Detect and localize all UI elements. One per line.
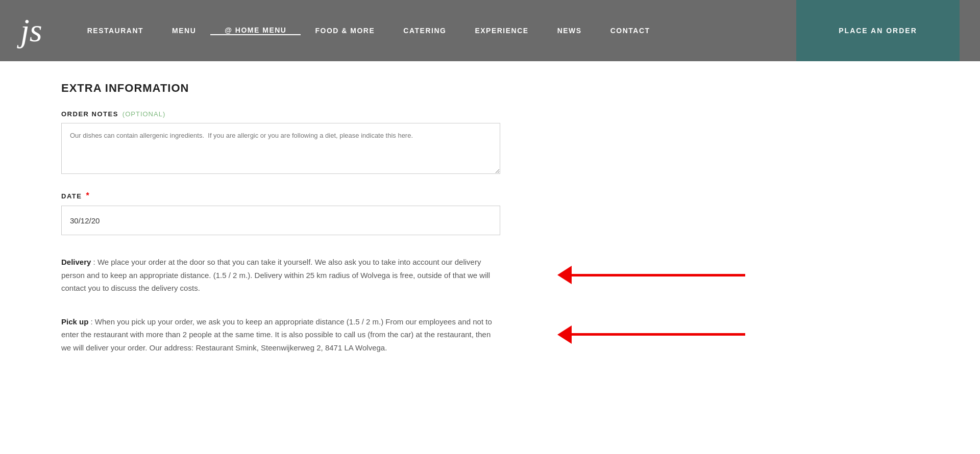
main-content: EXTRA INFORMATION ORDER NOTES (OPTIONAL)…	[0, 61, 980, 405]
logo[interactable]: js	[20, 14, 42, 47]
nav-food-more[interactable]: FOOD & MORE	[301, 27, 389, 35]
section-title: EXTRA INFORMATION	[61, 82, 919, 95]
pickup-arrow-line	[572, 333, 745, 336]
delivery-arrow-head	[557, 266, 572, 284]
nav-at-home-menu[interactable]: @ HOME MENU	[210, 26, 301, 35]
pickup-heading: Pick up	[61, 317, 88, 326]
date-field: DATE * 30/12/20	[61, 191, 919, 235]
delivery-text: Delivery : We place your order at the do…	[61, 256, 500, 295]
order-notes-field: ORDER NOTES (OPTIONAL)	[61, 110, 919, 176]
header: js RESTAURANT MENU @ HOME MENU FOOD & MO…	[0, 0, 980, 61]
pickup-info: Pick up : When you pick up your order, w…	[61, 315, 500, 355]
nav-contact[interactable]: CONTACT	[596, 27, 665, 35]
date-label: DATE *	[61, 191, 919, 200]
nav-news[interactable]: NEWS	[543, 27, 596, 35]
delivery-heading: Delivery	[61, 258, 91, 266]
delivery-info: Delivery : We place your order at the do…	[61, 256, 500, 295]
order-notes-label: ORDER NOTES (OPTIONAL)	[61, 110, 919, 118]
delivery-arrow	[557, 266, 745, 284]
pickup-arrow	[557, 325, 745, 344]
main-nav: RESTAURANT MENU @ HOME MENU FOOD & MORE …	[73, 26, 796, 35]
required-indicator: *	[86, 191, 90, 200]
nav-menu[interactable]: MENU	[158, 27, 210, 35]
pickup-text: Pick up : When you pick up your order, w…	[61, 315, 500, 355]
order-notes-input[interactable]	[61, 123, 500, 174]
place-order-button[interactable]: PLACE AN ORDER	[796, 0, 960, 61]
delivery-arrow-line	[572, 274, 745, 276]
pickup-arrow-head	[557, 325, 572, 344]
nav-restaurant[interactable]: RESTAURANT	[73, 27, 158, 35]
nav-catering[interactable]: CATERING	[389, 27, 460, 35]
optional-label: (OPTIONAL)	[122, 110, 165, 118]
info-section: Delivery : We place your order at the do…	[61, 256, 919, 354]
nav-experience[interactable]: EXPERIENCE	[460, 27, 543, 35]
date-input[interactable]: 30/12/20	[61, 206, 500, 235]
